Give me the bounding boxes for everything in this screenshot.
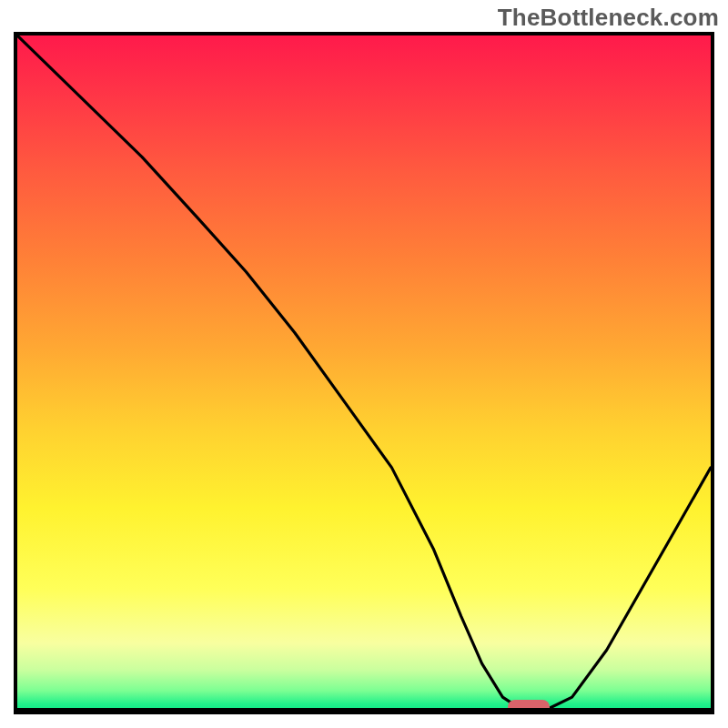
chart-container bbox=[0, 0, 728, 728]
axis-bottom bbox=[17, 708, 711, 711]
bottleneck-curve bbox=[17, 35, 711, 711]
optimum-marker bbox=[508, 700, 550, 714]
plot-area bbox=[14, 32, 714, 714]
curve-path bbox=[17, 35, 711, 711]
